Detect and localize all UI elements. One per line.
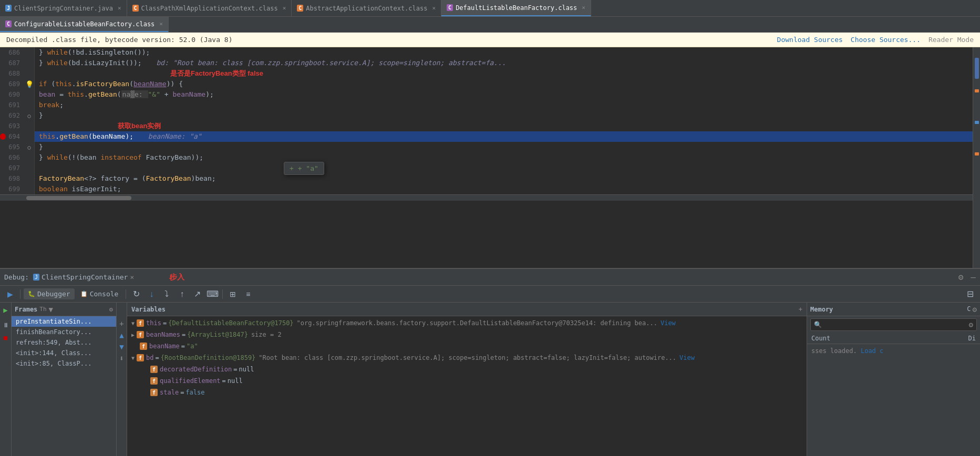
tab-config-close[interactable]: × [159,20,163,27]
gutter-695: ○ [24,142,35,152]
gutter-698 [24,173,35,184]
breakpoint-icon-694 [0,133,6,140]
decompile-links: Download Sources Choose Sources... Reade… [777,36,974,44]
choose-sources-link[interactable]: Choose Sources... [851,36,921,44]
code-line-688: 688 是否是FactoryBean类型 false [0,68,973,79]
class1-icon: C [132,5,139,12]
var-bd-view[interactable]: View [679,354,695,361]
var-decoratedDef-name: decoratedDefinition [160,366,232,373]
tab-java[interactable]: J ClientSpringContainer.java × [0,0,127,16]
frame-item-4[interactable]: <init>:85, ClassP... [12,358,116,369]
right-panel-header: Memory C ⚙ [807,303,980,316]
var-qualifiedEl[interactable]: f qualifiedElement = null [127,375,807,387]
tab-class3-label: DefaultListableBeanFactory.class [456,4,577,12]
force-step-into-btn[interactable]: ⤵ [160,288,173,300]
frames-filter-btn[interactable]: ▲ [118,330,125,340]
search-settings-icon[interactable]: ⚙ [969,320,973,329]
var-this[interactable]: f this = {DefaultListableBeanFactory@175… [127,317,807,329]
code-line-686: 686 } while(!bd.isSingleton()); [0,47,973,58]
frames-down-btn[interactable]: ▼ [118,341,125,352]
var-this-view[interactable]: View [661,319,676,327]
pause-btn[interactable]: ⏸ [1,320,11,330]
var-stale[interactable]: f stale = false [127,387,807,398]
frame-item-3[interactable]: <init>:144, Class... [12,348,116,358]
step-over-btn[interactable]: ↻ [129,288,143,300]
count-header: Count Di [807,333,980,344]
frames-up-btn[interactable]: + [118,318,125,329]
code-line-691: 691 break; [0,100,973,110]
console-tab[interactable]: 📋 Console [76,288,123,299]
var-beanNames[interactable]: f beanNames = {ArrayList@1847} size = 2 [127,329,807,340]
vars-add-icon[interactable]: + [799,306,802,313]
frame-item-2[interactable]: refresh:549, Abst... [12,337,116,348]
memory-label: Memory [810,306,833,313]
play-btn[interactable]: ▶ [1,305,11,315]
frames-panel: Frames Th ▼ ⚙ preInstantiateSin... finis… [12,303,117,456]
code-line-696: 696 } while(!(bean instanceof FactoryBea… [0,152,973,163]
gutter-696 [24,152,35,163]
scroll-thumb [975,58,979,79]
di-label: Di [968,335,976,342]
tab-class2[interactable]: C AbstractApplicationContext.class × [292,0,441,16]
debug-session-close[interactable]: × [130,273,134,281]
tab-class1-label: ClassPathXmlApplicationContext.class [141,5,278,12]
horizontal-scrollbar[interactable] [0,194,973,201]
var-stale-name: stale [160,389,179,396]
line-num-693: 693 [0,121,24,131]
debug-minimize-icon[interactable]: — [971,272,976,282]
scrollbar-thumb[interactable] [26,196,131,200]
line-num-697: 697 [0,163,24,173]
debugger-icon: 🐛 [28,291,35,297]
step-out-btn[interactable]: ↑ [175,288,189,300]
gutter-693 [24,121,35,131]
frames-view-btn[interactable]: ⊞ [226,288,240,300]
var-decoratedDef-eq: = [233,366,237,373]
class3-icon: C [447,4,453,11]
tab-class3-close[interactable]: × [582,4,585,11]
var-decoratedDef[interactable]: f decoratedDefinition = null [127,364,807,375]
search-icon: 🔍 [814,321,822,328]
tab-class2-close[interactable]: × [432,5,436,12]
tab-config[interactable]: C ConfigurableListableBeanFactory.class … [0,17,169,32]
layout-btn[interactable]: ⊟ [963,288,977,300]
load-classes-link[interactable]: Load c [861,347,883,355]
frame-item-1[interactable]: finishBeanFactory... [12,327,116,337]
tooltip-value: + "a" [298,164,318,172]
tooltip-plus: + [290,164,298,172]
frames-settings-icon[interactable]: ⚙ [109,306,113,313]
frames-funnel-icon[interactable]: ⬇ [118,353,125,364]
tab-java-close[interactable]: × [118,5,121,12]
step-into-btn[interactable]: ↓ [145,288,158,300]
vertical-scrollbar[interactable] [973,47,980,268]
var-qualifiedEl-icon: f [150,377,158,385]
gutter-688 [24,68,35,79]
frame-item-0[interactable]: preInstantiateSin... [12,316,116,327]
var-bd[interactable]: f bd = {RootBeanDefinition@1859} "Root b… [127,352,807,364]
resume-btn[interactable]: ▶ [3,288,17,300]
threads-view-btn[interactable]: ≡ [241,288,255,300]
tab-class1[interactable]: C ClassPathXmlApplicationContext.class × [127,0,292,16]
frames-dropdown-icon[interactable]: ▼ [49,305,53,314]
console-label: Console [90,290,119,298]
search-input[interactable] [824,321,969,328]
warning-icon-689: 💡 [25,80,34,88]
var-beanNames-extra: size = 2 [251,331,282,338]
var-qualifiedEl-eq: = [222,377,226,385]
gutter-692: ○ [24,110,35,121]
bookmark-692: ○ [27,113,30,119]
var-beanNames-name: beanNames [146,331,180,338]
tab-class1-close[interactable]: × [283,5,286,12]
debug-settings-icon[interactable]: ⚙ [958,272,964,282]
code-line-689: 689 💡 if (this.isFactoryBean(beanName)) … [0,79,973,89]
debugger-tab[interactable]: 🐛 Debugger [24,288,75,299]
var-this-icon: f [137,319,144,327]
download-sources-link[interactable]: Download Sources [777,36,843,44]
run-to-cursor-btn[interactable]: ↗ [190,288,204,300]
var-beanName[interactable]: f beanName = "a" [127,340,807,352]
evaluate-btn[interactable]: ⌨ [205,288,219,300]
memory-settings-icon[interactable]: ⚙ [973,305,977,314]
tab-class3[interactable]: C DefaultListableBeanFactory.class × [441,0,591,16]
debugger-label: Debugger [37,290,70,298]
code-line-697: 697 [0,163,973,173]
stop-btn[interactable]: ■ [1,333,11,343]
